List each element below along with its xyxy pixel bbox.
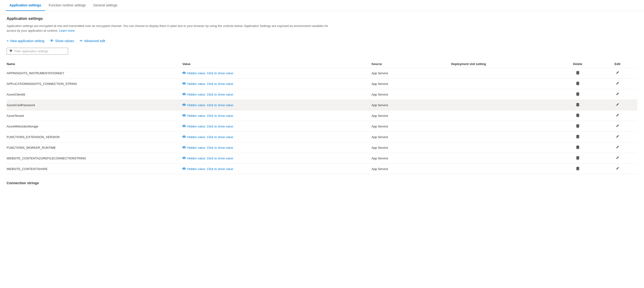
toolbar: + New application setting 👁 Show values … — [6, 38, 638, 44]
edit-cell — [598, 153, 638, 164]
connection-strings-heading: Connection strings — [6, 181, 638, 185]
edit-button[interactable] — [615, 166, 620, 171]
setting-value[interactable]: Hidden value. Click to show value — [180, 164, 368, 174]
settings-table: Name Value Source Deployment slot settin… — [6, 60, 638, 174]
table-body: APPINSIGHTS_INSTRUMENTATIONKEYHidden val… — [6, 68, 638, 174]
table-row: AzureTenantHidden value. Click to show v… — [6, 110, 638, 121]
eye-icon — [182, 114, 186, 118]
delete-button[interactable] — [575, 134, 580, 140]
col-header-source: Source — [368, 60, 448, 68]
delete-button[interactable] — [575, 70, 580, 76]
delete-button[interactable] — [575, 113, 580, 118]
setting-source: App Service — [368, 89, 448, 100]
delete-button[interactable] — [575, 91, 580, 97]
main-content: Application settings Application setting… — [0, 11, 644, 192]
setting-value[interactable]: Hidden value. Click to show value — [180, 100, 368, 110]
show-value-link[interactable]: Hidden value. Click to show value — [182, 82, 366, 86]
svg-point-2 — [184, 93, 184, 94]
setting-value[interactable]: Hidden value. Click to show value — [180, 78, 368, 89]
delete-button[interactable] — [575, 123, 580, 129]
delete-cell — [558, 132, 598, 142]
edit-button[interactable] — [615, 145, 620, 150]
setting-value[interactable]: Hidden value. Click to show value — [180, 68, 368, 78]
show-value-link[interactable]: Hidden value. Click to show value — [182, 92, 366, 96]
setting-value[interactable]: Hidden value. Click to show value — [180, 89, 368, 100]
table-header: Name Value Source Deployment slot settin… — [6, 60, 638, 68]
delete-cell — [558, 68, 598, 78]
plus-icon: + — [6, 39, 9, 43]
edit-cell — [598, 89, 638, 100]
col-header-name: Name — [6, 60, 180, 68]
show-value-link[interactable]: Hidden value. Click to show value — [182, 135, 366, 139]
edit-button[interactable] — [615, 124, 620, 129]
setting-name: FUNCTIONS_WORKER_RUNTIME — [6, 142, 180, 153]
eye-icon — [182, 71, 186, 75]
hidden-value-text: Hidden value. Click to show value — [187, 167, 233, 171]
show-values-button[interactable]: 👁 Show values — [50, 38, 74, 44]
setting-source: App Service — [368, 153, 448, 164]
filter-input[interactable] — [14, 49, 66, 53]
setting-value[interactable]: Hidden value. Click to show value — [180, 110, 368, 121]
show-value-link[interactable]: Hidden value. Click to show value — [182, 156, 366, 160]
hidden-value-text: Hidden value. Click to show value — [187, 157, 233, 160]
setting-value[interactable]: Hidden value. Click to show value — [180, 153, 368, 164]
edit-button[interactable] — [615, 81, 620, 86]
delete-cell — [558, 142, 598, 153]
new-application-setting-button[interactable]: + New application setting — [6, 38, 44, 44]
setting-name: WEBSITE_CONTENTAZUREFILECONNECTIONSTRING — [6, 153, 180, 164]
show-value-link[interactable]: Hidden value. Click to show value — [182, 167, 366, 171]
delete-cell — [558, 121, 598, 132]
eye-icon — [182, 124, 186, 128]
table-row: AzureWebJobsStorageHidden value. Click t… — [6, 121, 638, 132]
advanced-edit-button[interactable]: ✏ Advanced edit — [80, 38, 105, 44]
tab-application-settings[interactable]: Application settings — [6, 0, 45, 11]
delete-button[interactable] — [575, 81, 580, 86]
delete-button[interactable] — [575, 155, 580, 161]
hidden-value-text: Hidden value. Click to show value — [187, 103, 233, 107]
table-row: WEBSITE_CONTENTAZUREFILECONNECTIONSTRING… — [6, 153, 638, 164]
delete-cell — [558, 164, 598, 174]
edit-button[interactable] — [615, 92, 620, 97]
edit-icon: ✏ — [80, 38, 83, 43]
setting-slot — [448, 78, 558, 89]
delete-button[interactable] — [575, 145, 580, 150]
setting-name: AzureTenant — [6, 110, 180, 121]
edit-button[interactable] — [615, 70, 620, 76]
tab-function-runtime-settings[interactable]: Function runtime settings — [45, 0, 90, 11]
setting-slot — [448, 68, 558, 78]
description-text: Application settings are encrypted at re… — [6, 24, 338, 33]
setting-name: WEBSITE_CONTENTSHARE — [6, 164, 180, 174]
delete-cell — [558, 78, 598, 89]
setting-slot — [448, 153, 558, 164]
show-value-link[interactable]: Hidden value. Click to show value — [182, 146, 366, 150]
edit-button[interactable] — [615, 156, 620, 161]
setting-value[interactable]: Hidden value. Click to show value — [180, 121, 368, 132]
eye-icon — [182, 103, 186, 107]
table-row: FUNCTIONS_WORKER_RUNTIMEHidden value. Cl… — [6, 142, 638, 153]
edit-button[interactable] — [615, 134, 620, 140]
delete-button[interactable] — [575, 166, 580, 172]
tab-general-settings[interactable]: General settings — [90, 0, 121, 11]
hidden-value-text: Hidden value. Click to show value — [187, 135, 233, 139]
setting-slot — [448, 89, 558, 100]
tabs-container: Application settingsFunction runtime set… — [0, 0, 644, 11]
edit-button[interactable] — [615, 102, 620, 108]
show-value-link[interactable]: Hidden value. Click to show value — [182, 114, 366, 118]
edit-cell — [598, 78, 638, 89]
delete-button[interactable] — [575, 102, 580, 108]
show-value-link[interactable]: Hidden value. Click to show value — [182, 71, 366, 75]
setting-source: App Service — [368, 164, 448, 174]
show-value-link[interactable]: Hidden value. Click to show value — [182, 103, 366, 107]
edit-button[interactable] — [615, 113, 620, 118]
setting-value[interactable]: Hidden value. Click to show value — [180, 132, 368, 142]
table-row: FUNCTIONS_EXTENSION_VERSIONHidden value.… — [6, 132, 638, 142]
setting-name: AzureClientId — [6, 89, 180, 100]
show-value-link[interactable]: Hidden value. Click to show value — [182, 124, 366, 128]
learn-more-link[interactable]: Learn more — [59, 29, 74, 32]
setting-name: APPLICATIONINSIGHTS_CONNECTION_STRING — [6, 78, 180, 89]
setting-value[interactable]: Hidden value. Click to show value — [180, 142, 368, 153]
table-row: APPLICATIONINSIGHTS_CONNECTION_STRINGHid… — [6, 78, 638, 89]
hidden-value-text: Hidden value. Click to show value — [187, 82, 233, 86]
setting-source: App Service — [368, 132, 448, 142]
filter-icon — [9, 49, 12, 53]
